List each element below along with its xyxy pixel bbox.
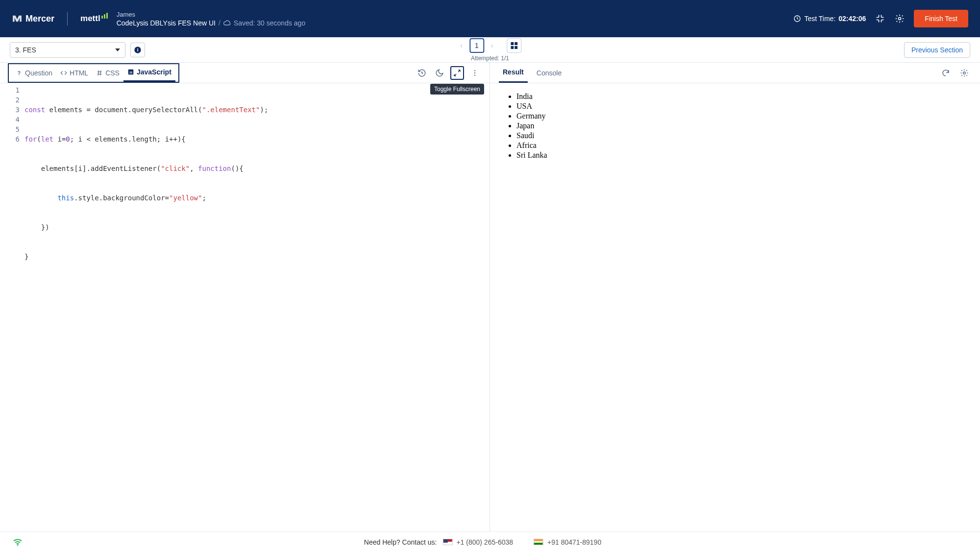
editor-tabs: ? Question HTML CSS JS JavaScript — [8, 63, 179, 83]
wifi-icon — [13, 538, 23, 546]
finish-test-button[interactable]: Finish Test — [914, 10, 968, 27]
breadcrumb-separator: / — [219, 19, 220, 27]
phone-us: +1 (800) 265-6038 — [456, 538, 513, 546]
line-number: 4 — [0, 115, 20, 124]
list-item[interactable]: India — [516, 92, 965, 101]
subheader: 3. FES i ‹ 1 › Attempted: 1/1 Previous S… — [0, 37, 980, 63]
mettl-logo: mettl — [80, 14, 108, 24]
result-panel: Result Console India USA Germany Japan S… — [490, 63, 980, 531]
saved-label: Saved: 30 seconds ago — [234, 19, 305, 27]
test-time-value: 02:42:06 — [838, 15, 866, 23]
breadcrumb: CodeLysis DBLYsis FES New UI / Saved: 30… — [117, 19, 306, 27]
gear-icon — [895, 14, 905, 24]
svg-point-15 — [17, 545, 18, 546]
svg-text:?: ? — [18, 70, 21, 75]
line-number: 3 — [0, 105, 20, 115]
line-number: 2 — [0, 95, 20, 105]
refresh-icon — [941, 69, 950, 77]
mettl-label: mettl — [80, 14, 100, 24]
tab-html-label: HTML — [70, 69, 88, 77]
hash-icon — [96, 70, 103, 76]
svg-point-14 — [963, 72, 966, 74]
tab-html[interactable]: HTML — [56, 64, 92, 82]
connection-status — [13, 538, 23, 546]
result-tabs-row: Result Console — [490, 63, 980, 83]
tab-css-label: CSS — [105, 69, 120, 77]
header-info: James CodeLysis DBLYsis FES New UI / Sav… — [117, 11, 306, 27]
mercer-logo: Mercer — [12, 14, 54, 24]
cloud-icon — [223, 19, 231, 27]
header-right: Test Time: 02:42:06 Finish Test — [793, 10, 968, 27]
svg-point-12 — [474, 72, 475, 73]
india-flag-icon — [534, 539, 543, 545]
caret-down-icon — [115, 48, 120, 51]
grid-view-button[interactable] — [507, 38, 522, 53]
logo-divider — [67, 12, 68, 25]
list-item[interactable]: Africa — [516, 141, 965, 150]
moon-icon — [435, 69, 444, 77]
list-item[interactable]: USA — [516, 102, 965, 111]
expand-icon — [453, 69, 461, 77]
tab-question[interactable]: ? Question — [12, 64, 56, 82]
mettl-bars-icon — [101, 13, 108, 19]
test-time-label: Test Time: — [804, 15, 835, 23]
exit-fullscreen-button[interactable] — [875, 13, 885, 24]
history-button[interactable] — [415, 66, 429, 80]
previous-section-button[interactable]: Previous Section — [904, 42, 970, 58]
question-icon: ? — [16, 70, 23, 76]
mercer-label: Mercer — [25, 14, 54, 24]
contact-in: +91 80471-89190 — [534, 538, 601, 546]
list-item[interactable]: Saudi — [516, 131, 965, 140]
list-item[interactable]: Germany — [516, 112, 965, 120]
history-icon — [417, 69, 426, 77]
tab-question-label: Question — [25, 69, 52, 77]
line-gutter: 1 2 3 4 5 6 — [0, 83, 24, 531]
tab-javascript-label: JavaScript — [137, 68, 172, 76]
pager-prev[interactable]: ‹ — [458, 40, 465, 51]
result-list: India USA Germany Japan Saudi Africa Sri… — [505, 92, 965, 160]
breadcrumb-title: CodeLysis DBLYsis FES New UI — [117, 19, 216, 27]
pager: ‹ 1 › Attempted: 1/1 — [458, 38, 521, 62]
test-time: Test Time: 02:42:06 — [793, 15, 866, 23]
app-header: Mercer mettl James CodeLysis DBLYsis FES… — [0, 0, 980, 37]
tab-result[interactable]: Result — [499, 63, 528, 83]
footer-contact: Need Help? Contact us: +1 (800) 265-6038… — [364, 538, 616, 546]
svg-rect-6 — [511, 46, 514, 49]
section-select[interactable]: 3. FES — [10, 42, 125, 58]
pager-next[interactable]: › — [489, 40, 495, 51]
svg-rect-7 — [515, 46, 518, 49]
section-select-value: 3. FES — [15, 46, 36, 54]
tab-console[interactable]: Console — [533, 63, 565, 83]
line-number: 5 — [0, 124, 20, 134]
pager-current[interactable]: 1 — [469, 38, 484, 53]
saved-status: Saved: 30 seconds ago — [223, 19, 305, 27]
fullscreen-tooltip: Toggle Fullscreen — [430, 84, 484, 95]
tab-javascript[interactable]: JS JavaScript — [123, 64, 175, 82]
attempted-label: Attempted: 1/1 — [471, 55, 509, 62]
code-editor[interactable]: 1 2 3 4 5 6 const elements = document.qu… — [0, 83, 490, 531]
settings-button[interactable] — [894, 13, 905, 24]
fullscreen-button[interactable]: Toggle Fullscreen — [450, 66, 464, 80]
info-icon: i — [134, 46, 142, 54]
result-toolbar — [939, 66, 971, 80]
result-settings-button[interactable] — [957, 66, 971, 80]
code-icon — [60, 70, 67, 76]
us-flag-icon — [442, 539, 452, 545]
phone-in: +91 80471-89190 — [547, 538, 601, 546]
list-item[interactable]: Sri Lanka — [516, 151, 965, 160]
tab-css[interactable]: CSS — [92, 64, 123, 82]
theme-button[interactable] — [433, 66, 446, 80]
more-button[interactable] — [468, 66, 482, 80]
svg-point-11 — [474, 70, 475, 71]
line-number: 6 — [0, 134, 20, 144]
refresh-button[interactable] — [939, 66, 953, 80]
svg-rect-4 — [511, 42, 514, 45]
logo-group: Mercer mettl — [12, 12, 108, 25]
code-content: const elements = document.querySelectorA… — [24, 83, 490, 531]
list-item[interactable]: Japan — [516, 121, 965, 130]
svg-rect-5 — [515, 42, 518, 45]
line-number: 1 — [0, 85, 20, 95]
js-icon: JS — [127, 69, 134, 75]
info-button[interactable]: i — [130, 43, 145, 57]
help-label: Need Help? Contact us: — [364, 538, 437, 546]
